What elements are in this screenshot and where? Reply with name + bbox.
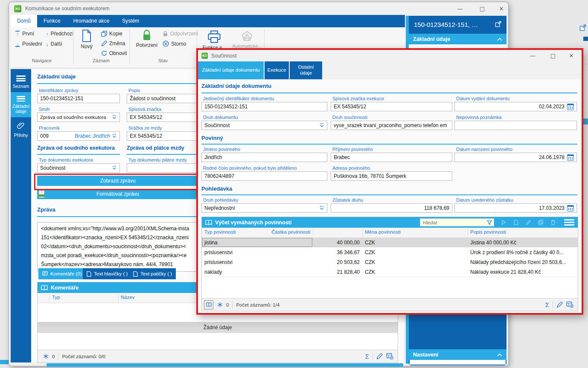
section-underline: [37, 154, 120, 155]
sidebar-item-seznam[interactable]: Seznam: [11, 72, 31, 92]
table-menu-icon[interactable]: [564, 219, 574, 226]
cancel-button[interactable]: Storno: [163, 41, 186, 47]
column-typ-povinnosti[interactable]: Typ povinnosti: [204, 229, 236, 235]
vycet-povinnosti-header: Výčet vymáhaných povinností: [202, 217, 578, 228]
table-add-icon[interactable]: [566, 301, 573, 308]
rodne-cislo-input[interactable]: 780624/4897: [201, 171, 327, 181]
close-button[interactable]: ✕: [497, 4, 506, 13]
table-search[interactable]: [420, 218, 494, 226]
typ-dokumentu-platce-input[interactable]: [127, 163, 199, 173]
modal-tab-ostatni-udaje[interactable]: Ostatní údaje: [290, 61, 322, 79]
pracovnik-dropdown[interactable]: 009 Brabec Jindřich: [37, 131, 120, 141]
datum-narozeni-input[interactable]: 24.06.1978: [454, 153, 577, 162]
tab-system[interactable]: Systém: [116, 15, 146, 27]
modal-minimize-button[interactable]: —: [528, 51, 537, 60]
paperclip-icon: [17, 121, 25, 130]
table-row[interactable]: naklady 21 828,40 CZK Náklady exekuce 21…: [202, 267, 578, 277]
modal-tab-zakladni-udaje[interactable]: Základní údaje dokumentu: [198, 61, 264, 79]
preview-row: [410, 360, 506, 365]
spisova-znacka-exekuce-input[interactable]: EX 545345/12: [331, 102, 452, 111]
edit-icon[interactable]: [376, 353, 383, 359]
nepovinna-poznamka-input[interactable]: [454, 121, 577, 130]
field-label: Příjmení povinného: [332, 147, 373, 152]
adresa-povinneho-input[interactable]: Puškinova 16b, 78701 Šumperk: [331, 171, 452, 181]
modal-close-button[interactable]: ✕: [567, 51, 576, 60]
table-add-icon[interactable]: [386, 353, 393, 359]
tab-text-hlavicky[interactable]: Text hlavičky ( ): [83, 268, 131, 279]
druh-pohledavky-dropdown[interactable]: Nepřednostní: [201, 203, 327, 213]
field-label: Srážka ze mzdy: [128, 125, 162, 130]
druh-soucinnosti-input[interactable]: vyse_srazek trvani_praconiho_pomeru tele…: [331, 121, 452, 130]
table-row[interactable]: prislusenstvi 36 346,67 CZK Úrok z prodl…: [202, 247, 578, 258]
tab-hromadne-akce[interactable]: Hromadné akce: [67, 15, 116, 27]
calendar-icon[interactable]: [567, 154, 574, 161]
calendar-icon[interactable]: [567, 104, 574, 110]
tab-komentare[interactable]: Komentáře (0): [38, 268, 86, 279]
dropdown-icon[interactable]: [319, 206, 324, 211]
chevron-up-icon: [497, 353, 502, 356]
modal-tab-exekuce[interactable]: Exekuce: [265, 61, 289, 79]
next-button[interactable]: ↓ Další: [46, 41, 62, 47]
sidebar-item-prilohy[interactable]: Přílohy: [11, 117, 31, 141]
dropdown-icon[interactable]: [112, 165, 117, 171]
zobrazit-zpravu-button[interactable]: Zobrazit zprávu: [37, 176, 198, 186]
refresh-button[interactable]: Obnovit: [101, 50, 127, 56]
collapsible-zakladni-udaje[interactable]: Základní údaje: [409, 34, 506, 44]
prijmeni-povinneho-input[interactable]: Brabec: [331, 153, 452, 162]
smer-dropdown[interactable]: Zpráva od soudního exekutora: [37, 113, 120, 122]
section-heading: Základní údaje: [37, 73, 76, 80]
minimize-button[interactable]: —: [455, 4, 465, 13]
print-functions-button[interactable]: Funkce a...: [201, 29, 227, 50]
jedinecny-identifikator-input[interactable]: 150-01234512-151: [201, 102, 327, 111]
xml-document-icon: [38, 190, 45, 198]
copy-button[interactable]: Kopie: [101, 31, 122, 37]
dropdown-icon[interactable]: [112, 115, 117, 120]
datum-zustatku-input[interactable]: 17.03.2023: [454, 203, 577, 213]
last-button[interactable]: ↓ Poslední: [15, 41, 42, 47]
column-nazev[interactable]: Název: [121, 295, 135, 300]
srazka-ze-mzdy-input[interactable]: EX 545345/12: [127, 131, 199, 141]
edit-icon[interactable]: [556, 301, 563, 308]
change-button[interactable]: Změna: [101, 41, 125, 46]
table-row[interactable]: prislusenstvi 20 503,62 CZK Náklady před…: [202, 257, 578, 267]
modal-titlebar: K2 Součinnost: [198, 50, 582, 61]
external-link-icon[interactable]: [495, 21, 501, 27]
sum-icon[interactable]: Σ: [545, 301, 549, 308]
search-input[interactable]: [422, 220, 487, 226]
tab-domu[interactable]: Domů: [11, 15, 37, 27]
zustatek-dluhu-input[interactable]: 118 678,69: [331, 203, 452, 213]
new-button[interactable]: Nový: [76, 29, 98, 49]
formatovat-zpravu-button[interactable]: Formátovat zprávu: [37, 189, 198, 199]
field-label: Datum vydání dokumentu: [456, 96, 509, 101]
jmeno-povinneho-input[interactable]: Jindřich: [201, 153, 327, 162]
dropdown-icon[interactable]: [319, 123, 324, 128]
druh-dokumentu-dropdown[interactable]: Součinnost: [201, 121, 327, 130]
popis-input[interactable]: Žádost o součinnost: [127, 94, 199, 103]
first-button[interactable]: ↑ První: [15, 31, 34, 37]
maximize-button[interactable]: □: [477, 4, 487, 13]
tab-funkce[interactable]: Funkce: [37, 15, 67, 27]
spisova-znacka-input[interactable]: EX 545345/12: [127, 113, 199, 122]
confirm-button[interactable]: Potvrzení: [134, 29, 160, 48]
previous-button[interactable]: ↑ Předchozí: [46, 31, 74, 37]
asterisk-icon: [43, 354, 49, 359]
calendar-icon[interactable]: [567, 205, 574, 212]
typ-dokumentu-exekutora-dropdown[interactable]: Součinnost: [37, 163, 120, 173]
collapsible-nastaveni[interactable]: Nastavení: [409, 349, 506, 360]
table-row[interactable]: jistina 40 000,00 CZK Jistina 40 000,00 …: [202, 238, 578, 248]
sum-icon[interactable]: Σ: [365, 353, 369, 360]
column-mena[interactable]: Měna povinnosti: [365, 229, 401, 235]
arrow-down-bar-icon: ↓: [15, 41, 20, 47]
identifikator-zpravy-input[interactable]: 150-01234512-151: [37, 94, 120, 103]
modal-maximize-button[interactable]: □: [548, 51, 558, 60]
sidebar-item-zakladni-udaje[interactable]: Základní údaje: [11, 92, 31, 117]
column-castka[interactable]: Částka povinnosti: [266, 229, 310, 235]
tab-text-paticky[interactable]: Text patičky ( ): [129, 268, 176, 279]
column-typ[interactable]: Typ: [52, 295, 60, 300]
group-label-zaznam: Záznam: [73, 58, 129, 63]
view-book-icon[interactable]: [204, 300, 213, 310]
soucinnost-modal: K2 Součinnost — □ ✕ Základní údaje dokum…: [196, 48, 583, 315]
datum-vydani-input[interactable]: 02.04.2023: [454, 102, 577, 111]
column-popis[interactable]: Popis povinnosti: [470, 229, 506, 235]
dropdown-icon[interactable]: [112, 133, 117, 139]
